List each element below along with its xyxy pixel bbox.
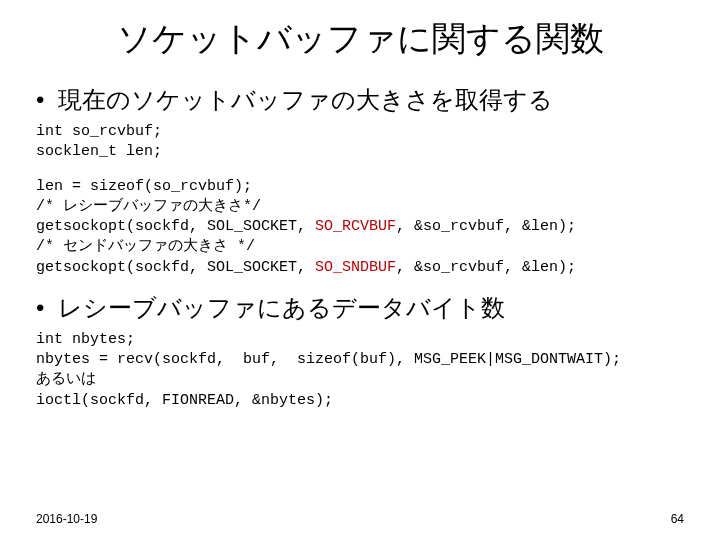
code-line: /* レシーブバッファの大きさ*/ — [36, 198, 261, 215]
bullet-dot: • — [36, 86, 58, 114]
code-line: getsockopt(sockfd, SOL_SOCKET, — [36, 259, 315, 276]
page-number: 64 — [671, 512, 684, 526]
code-line: , &so_rcvbuf, &len); — [396, 218, 576, 235]
bullet-1: •現在のソケットバッファの大きさを取得する — [36, 84, 684, 116]
highlight-sndbuf: SO_SNDBUF — [315, 259, 396, 276]
slide-title: ソケットバッファに関する関数 — [36, 16, 684, 62]
bullet-dot: • — [36, 294, 58, 322]
code-block-1b: len = sizeof(so_rcvbuf); /* レシーブバッファの大きさ… — [36, 177, 684, 278]
footer-date: 2016-10-19 — [36, 512, 97, 526]
highlight-rcvbuf: SO_RCVBUF — [315, 218, 396, 235]
code-block-1a: int so_rcvbuf; socklen_t len; — [36, 122, 684, 163]
code-line: , &so_rcvbuf, &len); — [396, 259, 576, 276]
bullet-2: •レシーブバッファにあるデータバイト数 — [36, 292, 684, 324]
code-line: len = sizeof(so_rcvbuf); — [36, 178, 252, 195]
code-line: /* センドバッファの大きさ */ — [36, 238, 255, 255]
bullet-1-text: 現在のソケットバッファの大きさを取得する — [58, 86, 553, 113]
slide: ソケットバッファに関する関数 •現在のソケットバッファの大きさを取得する int… — [0, 0, 720, 540]
bullet-2-text: レシーブバッファにあるデータバイト数 — [58, 294, 505, 321]
code-block-2: int nbytes; nbytes = recv(sockfd, buf, s… — [36, 330, 684, 411]
code-line: getsockopt(sockfd, SOL_SOCKET, — [36, 218, 315, 235]
